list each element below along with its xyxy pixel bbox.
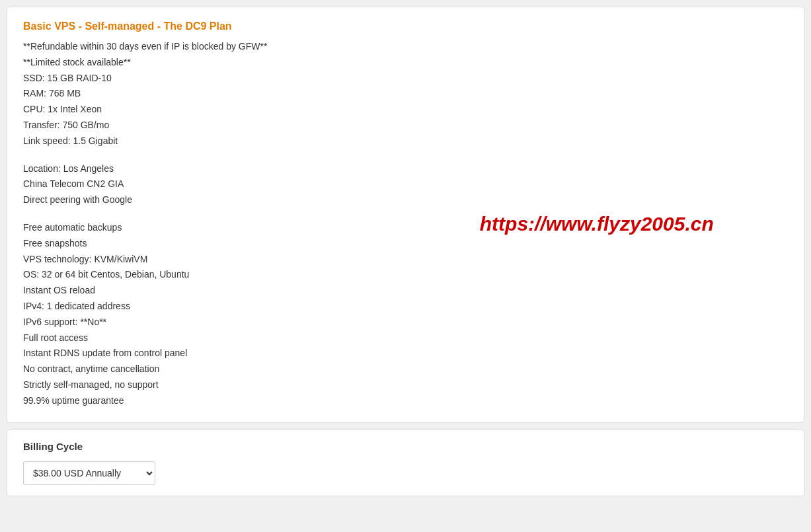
billing-section: Billing Cycle $38.00 USD Annually$3.99 U… (7, 430, 804, 496)
spacer1 (23, 149, 406, 161)
plan-line3: SSD: 15 GB RAID-10 (23, 71, 406, 87)
watermark-text: https://www.flyzy2005.cn (480, 213, 714, 235)
page-wrapper: Basic VPS - Self-managed - The DC9 Plan … (0, 0, 811, 503)
plan-line13: VPS technology: KVM/KiwiVM (23, 252, 406, 268)
plan-left: **Refundable within 30 days even if IP i… (23, 39, 406, 409)
plan-line16: IPv4: 1 dedicated address (23, 299, 406, 315)
plan-line21: Strictly self-managed, no support (23, 377, 406, 393)
plan-line1: **Refundable within 30 days even if IP i… (23, 39, 406, 55)
plan-line11: Free automatic backups (23, 220, 406, 236)
plan-line18: Full root access (23, 330, 406, 346)
plan-line14: OS: 32 or 64 bit Centos, Debian, Ubuntu (23, 267, 406, 283)
billing-cycle-select[interactable]: $38.00 USD Annually$3.99 USD Monthly$10.… (23, 461, 155, 485)
plan-line5: CPU: 1x Intel Xeon (23, 102, 406, 118)
plan-title: Basic VPS - Self-managed - The DC9 Plan (23, 20, 788, 32)
plan-line9: China Telecom CN2 GIA (23, 176, 406, 192)
plan-line19: Instant RDNS update from control panel (23, 346, 406, 361)
spacer2 (23, 208, 406, 220)
plan-line22: 99.9% uptime guarantee (23, 393, 406, 409)
plan-line4: RAM: 768 MB (23, 86, 406, 102)
plan-line17: IPv6 support: **No** (23, 315, 406, 330)
plan-line8: Location: Los Angeles (23, 161, 406, 177)
plan-right: https://www.flyzy2005.cn (406, 39, 789, 409)
billing-title: Billing Cycle (23, 441, 788, 452)
plan-line6: Transfer: 750 GB/mo (23, 118, 406, 133)
plan-line2: **Limited stock available** (23, 55, 406, 71)
plan-line10: Direct peering with Google (23, 192, 406, 208)
plan-line20: No contract, anytime cancellation (23, 361, 406, 377)
plan-line7: Link speed: 1.5 Gigabit (23, 133, 406, 149)
plan-line12: Free snapshots (23, 236, 406, 252)
plan-line15: Instant OS reload (23, 283, 406, 299)
plan-card: Basic VPS - Self-managed - The DC9 Plan … (7, 7, 804, 423)
plan-details: **Refundable within 30 days even if IP i… (23, 39, 788, 409)
